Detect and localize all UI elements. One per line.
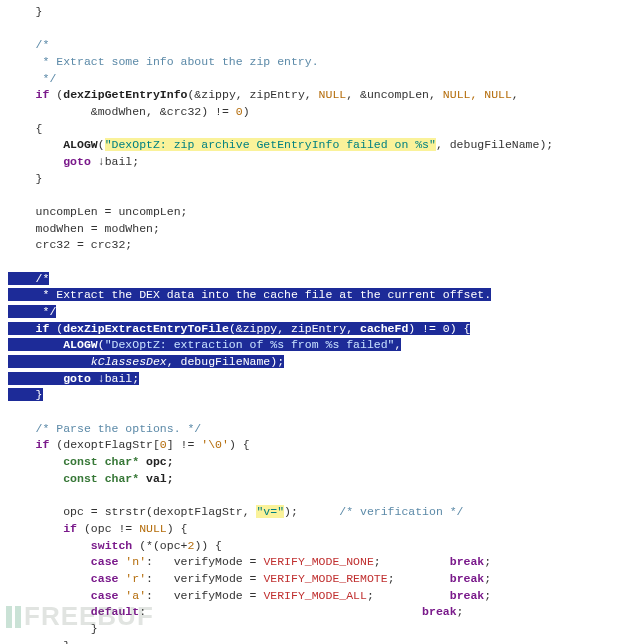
brace: } [36,388,43,401]
txt: , [395,338,402,351]
txt: ↓bail; [91,155,139,168]
ident: kClassesDex [91,355,167,368]
txt: ] != [167,438,202,451]
line: } [8,5,43,18]
txt: : verifyMode = [146,572,263,585]
null: NULL [139,522,167,535]
txt: ; [367,589,374,602]
fn: ALOGW [63,138,98,151]
keyword-if: if [36,88,50,101]
keyword-goto: goto [63,372,91,385]
selection: kClassesDex, debugFileName); [8,355,284,368]
keyword-if: if [36,438,50,451]
keyword-break: break [450,572,485,585]
txt: )) { [194,539,222,552]
null: NULL, NULL [443,88,512,101]
const: VERIFY_MODE_NONE [263,555,373,568]
char: 'n' [125,555,146,568]
line: crc32 = crc32; [36,238,133,251]
txt: (*(opc+ [132,539,187,552]
const: VERIFY_MODE_ALL [263,589,367,602]
comment: */ [36,305,57,318]
txt: ) { [450,322,471,335]
comment: /* verification */ [339,505,463,518]
null: NULL [319,88,347,101]
comment: /* [36,272,50,285]
fn: dexZipExtractEntryToFile [63,322,229,335]
string: "v=" [256,505,284,518]
txt: opc = strstr(dexoptFlagStr, [63,505,256,518]
txt: ( [98,138,105,151]
ident: opc; [139,455,174,468]
txt: ; [374,555,381,568]
char: 'a' [125,589,146,602]
keyword-default: default [91,605,139,618]
txt: (dexoptFlagStr[ [49,438,159,451]
txt: &modWhen, &crc32) != [8,105,236,118]
txt: , debugFileName); [167,355,284,368]
comment: * Extract some info about the zip entry. [36,55,319,68]
brace: } [36,172,43,185]
keyword-switch: switch [91,539,132,552]
type: const char* [63,472,139,485]
num: 0 [236,105,243,118]
txt: ) { [167,522,188,535]
keyword-break: break [450,555,485,568]
keyword-goto: goto [63,155,91,168]
selection: goto ↓bail; [8,372,139,385]
brace: } [63,639,70,644]
comment: /* Parse the options. */ [36,422,202,435]
keyword-if: if [36,322,50,335]
line: modWhen = modWhen; [36,222,160,235]
fn: ALOGW [63,338,98,351]
line: uncompLen = uncompLen; [36,205,188,218]
txt: : verifyMode = [146,589,263,602]
fn: dexZipGetEntryInfo [63,88,187,101]
keyword-break: break [450,589,485,602]
comment: */ [36,72,57,85]
txt: ) { [229,438,250,451]
txt: ↓bail; [91,372,139,385]
txt: : verifyMode = [146,555,263,568]
ident: cacheFd [360,322,408,335]
keyword-case: case [91,555,119,568]
num: 0 [443,322,450,335]
string: "DexOptZ: extraction of %s from %s faile… [105,338,395,351]
txt: ( [98,338,105,351]
txt: ); [284,505,298,518]
selection: * Extract the DEX data into the cache fi… [8,288,491,301]
char: 'r' [125,572,146,585]
txt: , debugFileName); [436,138,553,151]
txt: ( [49,322,63,335]
brace: { [36,122,43,135]
txt: , [512,88,519,101]
txt: (opc != [77,522,139,535]
comment: * Extract the DEX data into the cache fi… [36,288,491,301]
selection: /* [8,272,49,285]
string: "DexOptZ: zip archive GetEntryInfo faile… [105,138,436,151]
selection: ALOGW("DexOptZ: extraction of %s from %s… [8,338,401,351]
comment: /* [36,38,50,51]
txt: ) != [408,322,443,335]
keyword-case: case [91,572,119,585]
selection: } [8,388,43,401]
txt: ) [243,105,250,118]
num: 0 [160,438,167,451]
selection: if (dexZipExtractEntryToFile(&zippy, zip… [8,322,470,335]
txt: (&zippy, zipEntry, [187,88,318,101]
char: '\0' [201,438,229,451]
txt: , &uncompLen, [346,88,443,101]
selection: */ [8,305,56,318]
keyword-case: case [91,589,119,602]
type: const char* [63,455,139,468]
ident: val; [139,472,174,485]
code-block: } /* * Extract some info about the zip e… [8,4,615,644]
txt: ; [388,572,395,585]
const: VERIFY_MODE_REMOTE [263,572,387,585]
brace: } [91,622,98,635]
txt: : [139,605,146,618]
txt: (&zippy, zipEntry, [229,322,360,335]
keyword-break: break [422,605,457,618]
keyword-if: if [63,522,77,535]
